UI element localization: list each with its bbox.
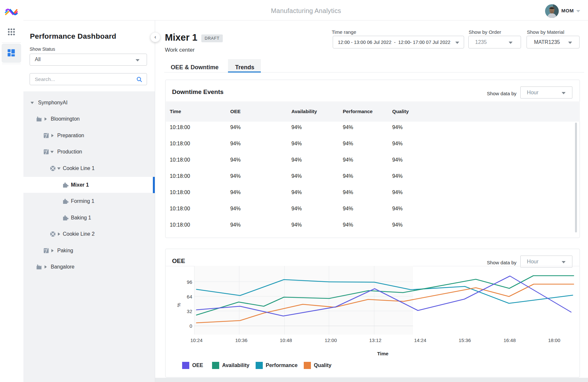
- svg-text:32: 32: [187, 309, 192, 314]
- svg-text:14:24: 14:24: [414, 337, 426, 343]
- svg-text:13:12: 13:12: [369, 337, 381, 343]
- svg-text:15:36: 15:36: [459, 337, 471, 343]
- svg-text:10:24: 10:24: [190, 337, 203, 343]
- svg-text:Time: Time: [377, 351, 389, 356]
- svg-text:Quality: Quality: [314, 362, 331, 368]
- svg-text:96: 96: [187, 279, 192, 285]
- svg-text:OEE: OEE: [192, 362, 203, 368]
- svg-text:10:36: 10:36: [235, 337, 247, 343]
- svg-text:Performance: Performance: [266, 362, 298, 368]
- svg-text:0: 0: [190, 323, 192, 329]
- svg-text:16:48: 16:48: [503, 337, 516, 343]
- svg-text:%: %: [176, 303, 181, 307]
- svg-text:10:48: 10:48: [280, 337, 292, 343]
- svg-text:Availability: Availability: [222, 362, 249, 368]
- svg-text:64: 64: [187, 294, 192, 299]
- svg-text:18:00: 18:00: [548, 337, 560, 343]
- svg-text:12:00: 12:00: [325, 337, 337, 343]
